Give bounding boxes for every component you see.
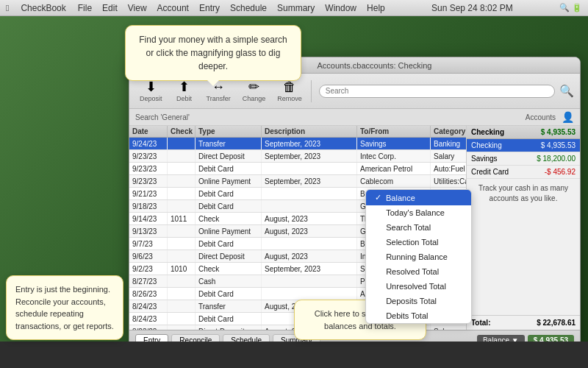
cell-description: September, 2023 (262, 263, 357, 275)
account-row-credit[interactable]: Credit Card -$ 456.92 (467, 166, 580, 179)
cell-date: 8/24/23 (129, 300, 168, 312)
deposit-label: Deposit (140, 95, 162, 102)
cell-check (168, 313, 196, 325)
os-status-icons: 🔍 🔋 (559, 3, 582, 13)
cell-type: Debit Card (196, 238, 262, 250)
table-row[interactable]: 9/23/23 Debit Card American Petrol Auto:… (129, 163, 466, 175)
accounts-panel: Checking $ 4,935.53 Checking $ 4,935.53 … (466, 126, 580, 330)
os-menubar:  CheckBook File Edit View Account Entry… (0, 0, 588, 16)
account-balance-credit: -$ 456.92 (545, 168, 576, 176)
col-description: Description (262, 126, 357, 137)
change-button[interactable]: ✏ Change (238, 78, 270, 105)
cell-check (168, 275, 196, 287)
cell-type: Debit Card (196, 163, 262, 174)
menu-entry[interactable]: Entry (199, 3, 220, 13)
bottom-strip (0, 342, 588, 368)
cell-description (262, 188, 357, 199)
search-row: Search 'General' Accounts 👤 (129, 109, 580, 126)
dropdown-item[interactable]: Debits Total (366, 308, 471, 323)
menu-edit[interactable]: Edit (102, 3, 118, 13)
accounts-icon[interactable]: 👤 (562, 111, 574, 123)
remove-label: Remove (277, 95, 302, 102)
total-value: $ 22,678.61 (537, 319, 576, 327)
search-input[interactable] (319, 85, 555, 98)
change-icon: ✏ (248, 80, 259, 93)
dropdown-item[interactable]: Search Total (366, 220, 471, 235)
change-label: Change (243, 95, 266, 102)
col-check: Check (168, 126, 196, 137)
cell-date: 9/13/23 (129, 225, 168, 237)
dropdown-item[interactable]: Running Balance (366, 250, 471, 264)
cell-check (168, 288, 196, 300)
menu-view[interactable]: View (128, 3, 147, 13)
dropdown-item[interactable]: Today's Balance (366, 205, 471, 220)
table-row[interactable]: 9/23/23 Online Payment September, 2023 C… (129, 175, 466, 188)
account-name-checking: Checking (471, 141, 502, 149)
cell-date: 9/14/23 (129, 213, 168, 224)
col-category: Category (431, 126, 466, 137)
menu-file[interactable]: File (78, 3, 92, 13)
cell-type: Debit Card (196, 200, 262, 212)
cell-description: September, 2023 (262, 138, 357, 149)
table-header: Date Check Type Description To/From Cate… (129, 126, 466, 138)
account-row-checking[interactable]: Checking $ 4,935.53 (467, 139, 580, 152)
dropdown-item[interactable]: ✓Balance (366, 190, 471, 205)
dropdown-item[interactable]: Resolved Total (366, 264, 471, 279)
col-date: Date (129, 126, 168, 137)
cell-check (168, 250, 196, 262)
remove-button[interactable]: 🗑 Remove (273, 78, 306, 105)
account-row-savings[interactable]: Savings $ 18,200.00 (467, 152, 580, 166)
remove-icon: 🗑 (283, 80, 296, 93)
dropdown-item[interactable]: Deposits Total (366, 294, 471, 308)
menu-summary[interactable]: Summary (277, 3, 315, 13)
cell-date: 9/6/23 (129, 250, 168, 262)
account-name-credit: Credit Card (471, 168, 509, 176)
table-row[interactable]: 9/24/23 Transfer September, 2023 Savings… (129, 138, 466, 150)
cell-tofrom: American Petrol (357, 163, 431, 174)
cell-check (168, 300, 196, 312)
cell-check: 1011 (168, 213, 196, 224)
cell-type: Debit Card (196, 288, 262, 300)
cell-description (262, 163, 357, 174)
menu-bar: File Edit View Account Entry Schedule Su… (78, 3, 385, 13)
menu-account[interactable]: Account (157, 3, 189, 13)
cell-check (168, 188, 196, 199)
cell-category: Utilities:Cable (431, 175, 466, 187)
checking-label: Checking (471, 128, 504, 136)
os-datetime: Sun Sep 24 8:02 PM (431, 3, 513, 13)
cell-type: Transfer (196, 300, 262, 312)
cell-description (262, 238, 357, 250)
cell-description: September, 2023 (262, 175, 357, 187)
cell-description: August, 2023 (262, 250, 357, 262)
menu-window[interactable]: Window (325, 3, 356, 13)
cell-date: 9/23/23 (129, 163, 168, 174)
accounts-panel-hint: Track your cash in as many accounts as y… (467, 179, 580, 208)
toolbar-separator (311, 80, 312, 102)
accounts-total: Total: $ 22,678.61 (467, 315, 580, 330)
apple-menu[interactable]:  (6, 3, 9, 13)
deposit-button[interactable]: ⬇ Deposit (135, 78, 167, 105)
menu-schedule[interactable]: Schedule (230, 3, 267, 13)
cell-date: 8/24/23 (129, 313, 168, 325)
accounts-label: Accounts (526, 113, 556, 121)
dropdown-item[interactable]: Selection Total (366, 235, 471, 250)
app-name[interactable]: CheckBook (21, 3, 65, 13)
total-label: Total: (471, 319, 490, 327)
cell-category: Banking (431, 138, 466, 149)
menu-help[interactable]: Help (367, 3, 385, 13)
search-icon[interactable]: 🔍 (559, 84, 574, 98)
col-tofrom: To/From (357, 126, 431, 137)
account-balance-checking: $ 4,935.53 (541, 141, 576, 149)
balance-dropdown-menu: ✓Balance Today's Balance Search Total Se… (365, 189, 472, 324)
cell-description (262, 288, 357, 300)
debit-button[interactable]: ⬆ Debit (170, 78, 199, 105)
dropdown-item[interactable]: Unresolved Total (366, 279, 471, 294)
cell-date: 9/18/23 (129, 200, 168, 212)
account-balance-savings: $ 18,200.00 (537, 155, 576, 163)
col-type: Type (196, 126, 262, 137)
cell-type: Check (196, 263, 262, 275)
cell-date: 8/27/23 (129, 275, 168, 287)
cell-date: 9/7/23 (129, 238, 168, 250)
table-row[interactable]: 9/23/23 Direct Deposit September, 2023 I… (129, 150, 466, 163)
search-general-label: Search 'General' (135, 113, 190, 121)
